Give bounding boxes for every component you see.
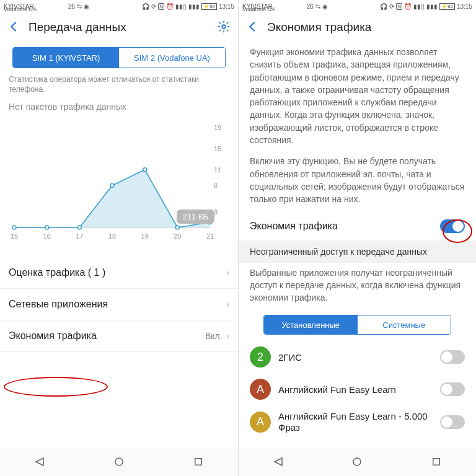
svg-point-0 xyxy=(222,25,226,29)
section-desc: Выбранные приложения получат неограничен… xyxy=(239,263,476,309)
annotation-oval xyxy=(4,377,108,397)
toggle-app-unlimited[interactable] xyxy=(440,382,465,396)
headphone-icon: 🎧 xyxy=(142,3,149,10)
nav-back-icon[interactable] xyxy=(273,456,284,469)
row-traffic-rating[interactable]: Оценка трафика ( 1 ) › xyxy=(0,257,238,289)
signal-icon-2: ▮▮▮ xyxy=(188,3,200,10)
back-icon[interactable] xyxy=(7,20,21,35)
svg-text:17: 17 xyxy=(76,232,83,240)
svg-point-18 xyxy=(143,168,147,172)
row-data-saver[interactable]: Экономия трафика Вкл. › xyxy=(0,320,238,352)
app-row: А Английский Fun Easy Learn - 5.000 Фраз xyxy=(239,405,476,438)
app-name: 2ГИС xyxy=(278,352,433,363)
nfc-icon: N xyxy=(158,3,164,10)
lte-icon: ⇋ xyxy=(315,3,320,10)
tab-sim2[interactable]: SIM 2 (Vodafone UA) xyxy=(119,48,225,68)
nav-recent-icon[interactable] xyxy=(431,456,442,469)
svg-text:16: 16 xyxy=(43,232,51,240)
app-tabs: Установленные Системные xyxy=(263,315,451,335)
svg-rect-24 xyxy=(433,459,440,465)
app-icon: А xyxy=(250,379,271,400)
page-header: Экономия трафика xyxy=(239,12,476,42)
section-header-unlimited: Неограниченный доступ к передаче данных xyxy=(239,240,476,263)
globe-icon: ◉ xyxy=(84,3,89,10)
battery-icon: ⚡92 xyxy=(439,3,455,10)
signal-icon-2: ▮▮▮ xyxy=(426,3,438,10)
pane-data-saver: KYIVSTAR Vodafone UA 26 ⇋ ◉ 🎧 ⟳ N ⏰ ▮▮▯ … xyxy=(238,0,476,476)
alarm-icon: ⏰ xyxy=(166,3,174,10)
row-label: Оценка трафика ( 1 ) xyxy=(9,267,226,278)
gear-icon[interactable] xyxy=(217,20,231,35)
svg-point-17 xyxy=(110,184,114,188)
app-name: Английский Fun Easy Learn xyxy=(278,384,433,395)
svg-point-23 xyxy=(353,458,361,465)
description-2: Включив эту функцию, Вы не будете получа… xyxy=(239,151,476,210)
page-title: Экономия трафика xyxy=(267,20,469,34)
svg-text:18: 18 xyxy=(108,232,116,240)
svg-text:21: 21 xyxy=(206,232,214,240)
usage-chart: 3811151915161718192021 211 КБ xyxy=(6,121,233,242)
provider-note: Статистика оператора может отличаться от… xyxy=(0,72,238,98)
signal-tag: 26 xyxy=(68,3,75,10)
app-list: 2 2ГИС А Английский Fun Easy Learn А Анг… xyxy=(239,341,476,438)
row-network-apps[interactable]: Сетевые приложения › xyxy=(0,289,238,320)
nav-recent-icon[interactable] xyxy=(193,456,204,469)
usage-badge: 211 КБ xyxy=(177,209,214,224)
status-bar: KYIVSTAR Vodafone UA 26 ⇋ ◉ 🎧 ⟳ N ⏰ ▮▮▯ … xyxy=(0,0,238,12)
no-packages: Нет пакетов трафика данных xyxy=(0,98,238,115)
svg-text:15: 15 xyxy=(11,232,18,240)
row-label: Экономия трафика xyxy=(9,330,205,342)
nfc-icon: N xyxy=(396,3,402,10)
row-label: Сетевые приложения xyxy=(9,299,226,310)
app-row: А Английский Fun Easy Learn xyxy=(239,373,476,405)
headphone-icon: 🎧 xyxy=(380,3,387,10)
page-header: Передача данных xyxy=(0,12,238,42)
sync-icon: ⟳ xyxy=(389,3,394,10)
nav-bar xyxy=(0,449,238,476)
chevron-right-icon: › xyxy=(226,299,229,310)
carrier-2: Vodafone UA xyxy=(242,6,275,12)
app-icon: 2 xyxy=(250,346,271,368)
toggle-data-saver[interactable] xyxy=(440,219,465,233)
signal-icon: ▮▮▯ xyxy=(413,3,425,10)
svg-point-21 xyxy=(115,458,123,465)
chevron-right-icon: › xyxy=(226,330,229,342)
svg-text:11: 11 xyxy=(214,166,221,174)
status-bar: KYIVSTAR Vodafone UA 26 ⇋ ◉ 🎧 ⟳ N ⏰ ▮▮▯ … xyxy=(239,0,476,12)
svg-point-15 xyxy=(45,226,49,229)
signal-tag: 26 xyxy=(307,3,314,10)
toggle-app-unlimited[interactable] xyxy=(440,415,465,429)
svg-point-16 xyxy=(77,226,81,229)
battery-icon: ⚡92 xyxy=(201,3,217,10)
tab-sim1[interactable]: SIM 1 (KYIVSTAR) xyxy=(13,48,119,68)
clock: 13:15 xyxy=(219,3,234,10)
nav-back-icon[interactable] xyxy=(34,456,45,469)
page-title: Передача данных xyxy=(29,20,209,34)
svg-text:19: 19 xyxy=(141,232,149,240)
app-icon: А xyxy=(250,412,271,433)
tab-system[interactable]: Системные xyxy=(358,315,451,334)
lte-icon: ⇋ xyxy=(77,3,82,10)
chevron-right-icon: › xyxy=(226,267,229,278)
svg-text:19: 19 xyxy=(214,124,221,131)
sim-tabs: SIM 1 (KYIVSTAR) SIM 2 (Vodafone UA) xyxy=(12,47,226,68)
sync-icon: ⟳ xyxy=(151,3,156,10)
toggle-row-data-saver: Экономия трафика xyxy=(239,211,476,240)
nav-home-icon[interactable] xyxy=(351,456,363,469)
svg-rect-22 xyxy=(195,459,202,465)
nav-home-icon[interactable] xyxy=(113,456,125,469)
alarm-icon: ⏰ xyxy=(404,3,412,10)
svg-text:8: 8 xyxy=(214,182,218,190)
clock: 13:15 xyxy=(457,3,472,10)
app-row: 2 2ГИС xyxy=(239,341,476,373)
globe-icon: ◉ xyxy=(322,3,328,10)
pane-data-transfer: KYIVSTAR Vodafone UA 26 ⇋ ◉ 🎧 ⟳ N ⏰ ▮▮▯ … xyxy=(0,0,238,476)
back-icon[interactable] xyxy=(246,20,260,35)
app-name: Английский Fun Easy Learn - 5.000 Фраз xyxy=(278,411,433,433)
svg-point-19 xyxy=(175,226,179,229)
toggle-app-unlimited[interactable] xyxy=(440,350,465,364)
svg-point-14 xyxy=(12,226,16,229)
settings-list: Оценка трафика ( 1 ) › Сетевые приложени… xyxy=(0,257,238,352)
row-value: Вкл. xyxy=(205,331,223,341)
tab-installed[interactable]: Установленные xyxy=(264,315,358,334)
